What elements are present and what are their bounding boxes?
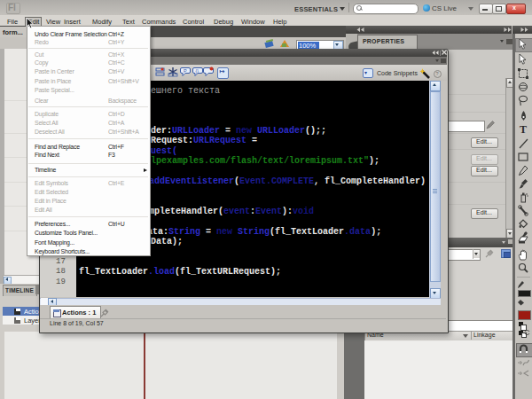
svg-text:P: P bbox=[184, 68, 187, 74]
svg-text:{}: {} bbox=[196, 68, 200, 74]
